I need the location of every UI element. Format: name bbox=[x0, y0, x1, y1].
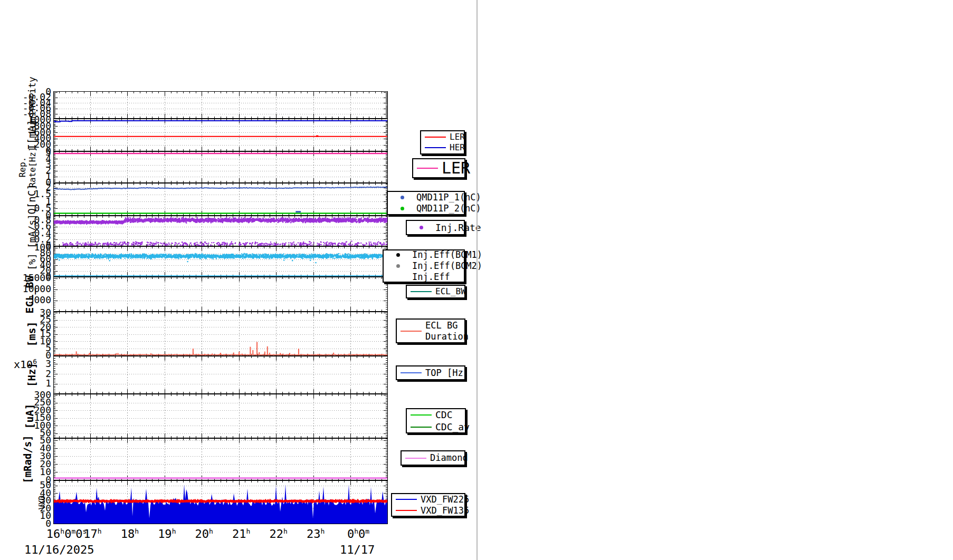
legend-entry: ECL BG Duration bbox=[399, 320, 462, 342]
current-legend: LERHER bbox=[420, 130, 465, 155]
inj-eff-legend: Inj.Eff(BCM1)Inj.Eff(BCM2)Inj.Eff bbox=[383, 249, 465, 283]
screen: 11/16/2025 11/17 0-0.02-0.04-0.06-0.08Lu… bbox=[0, 0, 953, 560]
dot-swatch bbox=[420, 226, 423, 229]
cdc-legend: CDCCDC_av bbox=[406, 408, 466, 433]
legends-layer: LERHERLERQMD11P_1(nC)QMD11P_2(nC)Inj.Rat… bbox=[0, 0, 528, 560]
legend-marker bbox=[404, 458, 428, 459]
legend-label: Inj.Eff(BCM2) bbox=[412, 260, 482, 272]
legend-entry: QMD11P_2(nC) bbox=[390, 203, 462, 214]
legend-entry: LER bbox=[415, 158, 462, 178]
top-legend: TOP [Hz] bbox=[396, 365, 465, 380]
legend-entry: CDC bbox=[409, 409, 463, 421]
legend-marker bbox=[394, 510, 418, 511]
legend-entry: VXD_FW135 bbox=[394, 505, 462, 516]
charge-legend: QMD11P_1(nC)QMD11P_2(nC) bbox=[387, 191, 465, 215]
window-divider bbox=[477, 0, 478, 560]
ecl-bw-legend: ECL_BW bbox=[406, 285, 465, 298]
legend-entry: Inj.Eff(BCM2) bbox=[386, 260, 462, 272]
legend-marker bbox=[409, 226, 433, 229]
ecl-bw-line-swatch bbox=[411, 291, 432, 292]
legend-marker bbox=[423, 137, 447, 138]
legend-marker bbox=[390, 196, 414, 199]
legend-label: Inj.Eff bbox=[412, 272, 450, 283]
dot-swatch bbox=[401, 196, 404, 199]
legend-entry: TOP [Hz] bbox=[399, 368, 462, 379]
vxd-fw135-line-swatch bbox=[396, 510, 417, 511]
vxd-fw225-line-swatch bbox=[396, 499, 417, 500]
ecl-bg-line-swatch bbox=[401, 331, 422, 332]
top-hz--line-swatch bbox=[401, 372, 422, 373]
legend-entry: QMD11P_1(nC) bbox=[390, 192, 462, 203]
legend-label: TOP [Hz] bbox=[425, 368, 469, 379]
legend-label: QMD11P_2(nC) bbox=[416, 203, 481, 214]
legend-entry: ECL_BW bbox=[409, 286, 462, 297]
legend-entry: CDC_av bbox=[409, 421, 463, 433]
legend-entry: Inj.Rate bbox=[409, 221, 462, 234]
legend-marker bbox=[394, 499, 418, 500]
inj-rate-legend: Inj.Rate bbox=[406, 220, 465, 235]
legend-marker bbox=[409, 291, 433, 292]
legend-entry: Diamond bbox=[404, 452, 462, 464]
legend-entry: Inj.Eff bbox=[386, 272, 462, 283]
legend-label: VXD_FW135 bbox=[421, 505, 469, 516]
legend-entry: Inj.Eff(BCM1) bbox=[386, 249, 462, 260]
legend-label: VXD_FW225 bbox=[421, 494, 469, 505]
legend-label: CDC bbox=[435, 409, 453, 421]
legend-label: ECL_BW bbox=[435, 286, 466, 297]
legend-marker bbox=[390, 207, 414, 210]
legend-label: HER bbox=[450, 142, 465, 153]
legend-label: QMD11P_1(nC) bbox=[416, 192, 481, 203]
legend-entry: VXD_FW225 bbox=[394, 494, 462, 505]
legend-entry: LER bbox=[423, 132, 462, 142]
legend-marker bbox=[423, 147, 447, 148]
legend-marker bbox=[409, 427, 433, 428]
monitor-figure: 11/16/2025 11/17 0-0.02-0.04-0.06-0.08Lu… bbox=[0, 0, 480, 560]
ler-line-swatch bbox=[425, 137, 446, 138]
legend-label: ECL BG Duration bbox=[425, 320, 469, 342]
legend-marker bbox=[415, 168, 440, 169]
legend-label: Inj.Eff(BCM1) bbox=[412, 249, 482, 260]
dot-swatch bbox=[401, 207, 404, 210]
legend-marker bbox=[409, 414, 433, 416]
legend-label: Inj.Rate bbox=[435, 221, 481, 234]
vxd-legend: VXD_FW225VXD_FW135 bbox=[391, 493, 465, 517]
dot-swatch bbox=[396, 253, 400, 257]
legend-label: CDC_av bbox=[435, 421, 470, 433]
legend-label: LER bbox=[450, 132, 465, 142]
diamond-line-swatch bbox=[405, 458, 426, 459]
her-line-swatch bbox=[425, 147, 446, 148]
legend-marker bbox=[399, 331, 423, 332]
rep-rate-legend: LER bbox=[412, 158, 465, 178]
legend-label: Diamond bbox=[430, 452, 468, 464]
legend-marker bbox=[386, 264, 410, 268]
legend-marker bbox=[399, 372, 423, 373]
legend-entry: HER bbox=[423, 142, 462, 153]
diamond-legend: Diamond bbox=[401, 450, 465, 466]
legend-marker bbox=[386, 253, 410, 257]
cdc-line-swatch bbox=[411, 414, 432, 416]
ecl-bg-legend: ECL BG Duration bbox=[396, 318, 465, 343]
ler-line-swatch bbox=[417, 168, 438, 169]
legend-label: LER bbox=[442, 158, 470, 178]
cdc-av-line-swatch bbox=[411, 427, 432, 428]
dot-swatch bbox=[396, 264, 400, 268]
